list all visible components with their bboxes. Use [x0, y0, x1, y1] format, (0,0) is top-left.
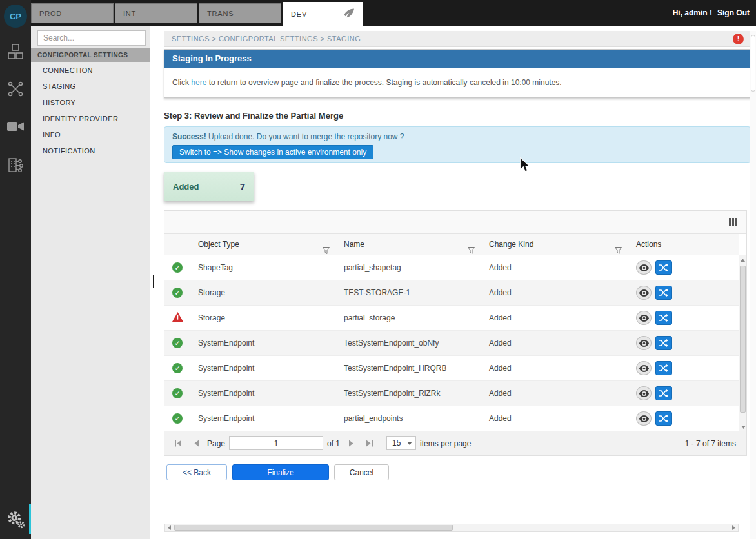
success-box: Success! Upload done. Do you want to mer…	[164, 126, 751, 163]
cell-object-type: SystemEndpoint	[190, 356, 336, 380]
header-name[interactable]: Name	[336, 234, 481, 255]
scroll-left-arrow[interactable]	[165, 524, 174, 531]
table-row[interactable]: ✓ SystemEndpoint TestSystemEndpoint_HRQR…	[164, 356, 739, 381]
sidebar-item-notification[interactable]: NOTIFICATION	[31, 143, 150, 159]
staging-panel: Staging In Progress Click here to return…	[164, 49, 751, 98]
env-tab-prod[interactable]: PROD	[31, 3, 114, 23]
sidebar: CONFIGPORTAL SETTINGS CONNECTION STAGING…	[31, 26, 150, 539]
merge-button[interactable]	[655, 336, 672, 350]
view-details-button[interactable]	[636, 286, 652, 300]
success-status-icon: ✓	[172, 388, 183, 398]
here-link[interactable]: here	[191, 78, 206, 87]
scrollbar-thumb[interactable]	[174, 525, 453, 531]
filter-icon[interactable]	[323, 241, 330, 262]
automation-tools-icon[interactable]	[6, 80, 25, 98]
staging-message: Click here to return to overview page an…	[164, 68, 750, 97]
cell-change-kind: Added	[481, 280, 628, 305]
view-details-button[interactable]	[636, 311, 652, 325]
table-row[interactable]: ✓ SystemEndpoint partial_endpoints Added	[164, 406, 739, 431]
success-status-icon: ✓	[172, 288, 183, 298]
previous-page-button[interactable]	[189, 436, 203, 451]
view-details-button[interactable]	[636, 411, 652, 426]
horizontal-scrollbar	[164, 524, 739, 532]
merge-button[interactable]	[655, 411, 672, 426]
cell-object-type: SystemEndpoint	[190, 381, 336, 406]
sidebar-item-connection[interactable]: CONNECTION	[31, 63, 150, 79]
sidebar-section-header[interactable]: CONFIGPORTAL SETTINGS	[31, 48, 150, 62]
app-logo[interactable]: CP	[4, 5, 27, 28]
cell-object-type: Storage	[190, 280, 336, 305]
rail-accent-bar	[29, 504, 31, 534]
switch-view-button[interactable]: Switch to => Show changes in active envi…	[172, 145, 373, 159]
header-status	[164, 234, 190, 255]
header-change-kind[interactable]: Change Kind	[481, 234, 628, 255]
error-notification-icon[interactable]: !	[733, 34, 744, 44]
table-row[interactable]: ✓ SystemEndpoint TestSystemEndpoint_obNf…	[164, 331, 739, 356]
tab-label: TRANS	[207, 10, 234, 17]
scrollbar-thumb[interactable]	[740, 266, 746, 413]
video-camera-icon[interactable]	[6, 119, 25, 134]
header-label: Actions	[636, 240, 661, 249]
step-title: Step 3: Review and Finalize the Partial …	[164, 111, 343, 121]
header-object-type[interactable]: Object Type	[190, 234, 336, 255]
first-page-button[interactable]	[171, 436, 185, 451]
header-actions: Actions	[628, 234, 739, 255]
breadcrumb: SETTINGS > CONFIGPORTAL SETTINGS > STAGI…	[164, 31, 751, 47]
sidebar-item-info[interactable]: INFO	[31, 127, 150, 143]
cell-name: TestSystemEndpoint_obNfy	[336, 331, 481, 355]
table-row[interactable]: ✓ ShapeTag partial_shapetag Added	[164, 255, 739, 280]
view-details-button[interactable]	[636, 361, 652, 375]
modules-icon[interactable]	[6, 43, 25, 61]
grid-toolbar	[164, 211, 746, 234]
search-input[interactable]	[37, 30, 146, 46]
table-row[interactable]: ✓ Storage TEST-STORAGE-1 Added	[164, 280, 739, 306]
cell-change-kind: Added	[481, 255, 628, 280]
success-bold: Success!	[172, 132, 206, 141]
env-tab-int[interactable]: INT	[115, 3, 197, 23]
added-summary-card[interactable]: Added 7	[164, 172, 254, 201]
settings-gear-icon[interactable]	[6, 508, 25, 530]
table-row[interactable]: ✓ SystemEndpoint TestSystemEndpoint_RiZR…	[164, 381, 739, 406]
back-button[interactable]: << Back	[166, 464, 227, 480]
tab-label: PROD	[39, 10, 62, 17]
env-tab-dev[interactable]: DEV	[283, 2, 363, 26]
sidebar-item-staging[interactable]: STAGING	[31, 79, 150, 95]
footer-buttons: << Back Finalize Cancel	[166, 464, 389, 480]
filter-icon[interactable]	[615, 241, 622, 262]
grid-header: Object Type Name Change Kind Actions	[164, 234, 739, 255]
scroll-down-arrow[interactable]	[739, 422, 747, 431]
organization-icon[interactable]	[6, 156, 25, 174]
view-details-button[interactable]	[636, 260, 652, 275]
view-details-button[interactable]	[636, 336, 652, 350]
grid-vertical-scrollbar	[739, 255, 746, 431]
wrench-icon	[343, 8, 355, 19]
last-page-button[interactable]	[362, 436, 376, 451]
pager: Page of 1 15 items per page 1 - 7 of 7 i…	[164, 431, 746, 455]
env-tab-trans[interactable]: TRANS	[199, 3, 281, 23]
sidebar-item-history[interactable]: HISTORY	[31, 95, 150, 111]
merge-button[interactable]	[655, 386, 672, 400]
view-details-button[interactable]	[636, 386, 652, 400]
cell-object-type: SystemEndpoint	[190, 331, 336, 355]
environment-tabs: PROD INT TRANS DEV	[31, 0, 363, 26]
merge-button[interactable]	[655, 361, 672, 375]
page-number-input[interactable]	[229, 436, 323, 450]
sidebar-item-identity-provider[interactable]: IDENTITY PROVIDER	[31, 111, 150, 127]
merge-button[interactable]	[655, 311, 672, 325]
next-page-button[interactable]	[344, 436, 358, 451]
success-status-icon: ✓	[172, 262, 183, 273]
merge-button[interactable]	[655, 260, 672, 275]
scroll-right-arrow[interactable]	[730, 524, 738, 531]
merge-button[interactable]	[655, 286, 672, 300]
column-chooser-icon[interactable]	[729, 218, 737, 226]
scroll-up-arrow[interactable]	[739, 255, 746, 264]
table-row[interactable]: Storage partial_storage Added	[164, 306, 739, 331]
filter-icon[interactable]	[468, 241, 475, 262]
page-size-dropdown[interactable]: 15	[386, 436, 416, 450]
scrollbar-thumb[interactable]	[751, 35, 755, 92]
sign-out-link[interactable]: Sign Out	[717, 8, 750, 17]
finalize-button[interactable]: Finalize	[232, 464, 329, 480]
cancel-button[interactable]: Cancel	[334, 464, 389, 480]
added-count: 7	[240, 181, 245, 192]
warning-status-icon	[172, 312, 183, 324]
